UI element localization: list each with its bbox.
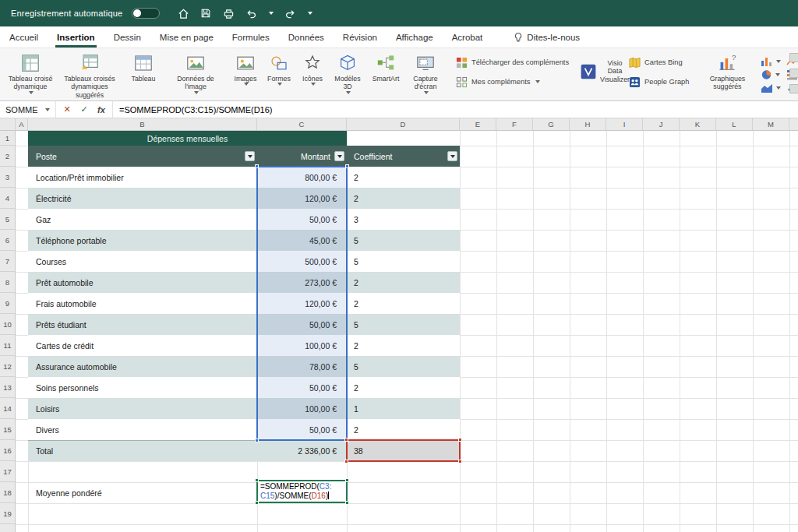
- name-box[interactable]: SOMME: [0, 101, 56, 118]
- selection-handle[interactable]: [344, 438, 348, 442]
- get-addins-button[interactable]: Télécharger des compléments: [455, 56, 569, 69]
- selection-handle[interactable]: [345, 164, 349, 168]
- bing-maps-button[interactable]: Cartes Bing: [628, 56, 689, 69]
- toolbar-options-icon[interactable]: [308, 12, 312, 15]
- filter-button-coefficient[interactable]: [447, 151, 457, 161]
- tab-revision[interactable]: Révision: [343, 26, 377, 48]
- cut-icon[interactable]: [789, 69, 798, 78]
- table-title-cell[interactable]: Dépenses mensuelles: [28, 131, 347, 146]
- chart-area-button[interactable]: [761, 83, 781, 93]
- cell-total-label[interactable]: Total: [28, 446, 257, 456]
- row-header-14[interactable]: 14: [0, 398, 15, 419]
- image-data-button[interactable]: Données de l'image: [171, 51, 220, 96]
- column-header-l[interactable]: L: [716, 118, 753, 130]
- suggested-pivot-button[interactable]: Tableaux croisés dynamiques suggérés: [55, 51, 125, 100]
- pivot-table-button[interactable]: Tableau croisé dynamique: [6, 51, 55, 96]
- select-all-corner[interactable]: [0, 118, 16, 130]
- row-header-11[interactable]: 11: [0, 335, 15, 356]
- home-icon[interactable]: [177, 7, 189, 19]
- save-icon[interactable]: [200, 7, 212, 19]
- cell-coef[interactable]: 5: [347, 320, 460, 329]
- print-icon[interactable]: [222, 7, 235, 19]
- tab-accueil[interactable]: Accueil: [9, 26, 38, 48]
- tab-donnees[interactable]: Données: [288, 26, 324, 48]
- cell-poste[interactable]: Divers: [28, 425, 257, 435]
- selection-handle[interactable]: [255, 439, 259, 442]
- header-cell-montant[interactable]: Montant: [257, 146, 347, 167]
- selection-handle[interactable]: [255, 164, 259, 168]
- column-header-partial[interactable]: [789, 118, 798, 130]
- column-header-i[interactable]: I: [606, 118, 643, 130]
- autosave-toggle[interactable]: [132, 8, 160, 19]
- column-header-h[interactable]: H: [570, 118, 606, 130]
- header-cell-coefficient[interactable]: Coefficient: [347, 146, 460, 167]
- my-addins-button[interactable]: Mes compléments: [455, 76, 569, 88]
- row-header-9[interactable]: 9: [0, 293, 15, 314]
- cell-poste[interactable]: Gaz: [28, 215, 257, 224]
- cut-icon[interactable]: [789, 84, 798, 93]
- cell-poste[interactable]: Frais automobile: [28, 299, 257, 308]
- column-header-d[interactable]: D: [347, 118, 460, 130]
- cell-coef[interactable]: 2: [347, 383, 460, 393]
- row-header-2[interactable]: 2: [0, 146, 15, 167]
- row-header-19[interactable]: 19: [0, 503, 15, 524]
- visio-button[interactable]: Visio Data Visualizer: [578, 51, 625, 85]
- moyenne-label-cell[interactable]: Moyenne pondéré: [28, 482, 102, 503]
- cell-poste[interactable]: Assurance automobile: [28, 362, 257, 372]
- cell-coef[interactable]: 3: [347, 215, 460, 224]
- cell-coef[interactable]: 2: [347, 173, 460, 182]
- column-header-j[interactable]: J: [643, 118, 680, 130]
- cell-coef[interactable]: 2: [347, 194, 460, 203]
- filter-button-montant[interactable]: [334, 151, 344, 161]
- row-header-16[interactable]: 16: [0, 440, 15, 461]
- column-header-g[interactable]: G: [533, 118, 570, 130]
- models3d-button[interactable]: Modèles 3D: [329, 51, 366, 96]
- smartart-button[interactable]: SmartArt: [366, 51, 405, 84]
- row-header-6[interactable]: 6: [0, 230, 15, 251]
- shapes-button[interactable]: Formes: [262, 51, 296, 87]
- tab-dessin[interactable]: Dessin: [114, 26, 141, 48]
- header-cell-poste[interactable]: Poste: [28, 146, 257, 167]
- cancel-button[interactable]: ✕: [59, 101, 75, 118]
- cell-poste[interactable]: Cartes de crédit: [28, 341, 257, 351]
- column-header-f[interactable]: F: [496, 118, 533, 130]
- undo-icon[interactable]: [245, 7, 257, 19]
- cell-poste[interactable]: Location/Prêt immobilier: [28, 173, 257, 182]
- selection-handle[interactable]: [458, 460, 462, 463]
- cell-coef[interactable]: 2: [347, 425, 460, 435]
- row-header-18[interactable]: 18: [0, 482, 15, 503]
- cell-coef[interactable]: 5: [347, 236, 460, 245]
- cell-poste[interactable]: Courses: [28, 257, 257, 266]
- tab-dites-le-nous[interactable]: Dites-le-nous: [514, 26, 580, 48]
- row-header-4[interactable]: 4: [0, 188, 15, 209]
- tab-affichage[interactable]: Affichage: [396, 26, 433, 48]
- images-button[interactable]: Images: [229, 51, 262, 87]
- row-header-17[interactable]: 17: [0, 461, 15, 482]
- cut-icon[interactable]: [789, 53, 798, 62]
- cell-coef[interactable]: 2: [347, 341, 460, 351]
- cell-poste[interactable]: Prêt automobile: [28, 278, 257, 287]
- cell-coef[interactable]: 2: [347, 278, 460, 287]
- cell-total-montant[interactable]: 2 336,00 €: [257, 446, 347, 456]
- row-header-partial[interactable]: [0, 524, 15, 532]
- selection-handle[interactable]: [255, 501, 259, 505]
- insert-function-button[interactable]: fx: [94, 101, 109, 118]
- cell-coef[interactable]: 1: [347, 404, 460, 414]
- row-header-3[interactable]: 3: [0, 167, 15, 188]
- selection-handle[interactable]: [255, 478, 259, 482]
- suggested-charts-button[interactable]: ? Graphiques suggérés: [698, 51, 756, 93]
- cell-poste[interactable]: Soins personnels: [28, 383, 257, 393]
- tab-acrobat[interactable]: Acrobat: [452, 26, 483, 48]
- row-header-7[interactable]: 7: [0, 251, 15, 272]
- tab-formules[interactable]: Formules: [232, 26, 270, 48]
- column-header-c[interactable]: C: [257, 118, 347, 130]
- row-header-12[interactable]: 12: [0, 356, 15, 377]
- chart-pie-button[interactable]: [761, 69, 781, 80]
- reference-border-d16[interactable]: [346, 439, 461, 462]
- row-header-13[interactable]: 13: [0, 377, 15, 398]
- column-header-b[interactable]: B: [28, 118, 257, 130]
- selection-border-c3-c15[interactable]: [256, 166, 348, 441]
- undo-chevron-icon[interactable]: [269, 12, 274, 15]
- row-header-8[interactable]: 8: [0, 272, 15, 293]
- cell-poste[interactable]: Prêts étudiant: [28, 320, 257, 329]
